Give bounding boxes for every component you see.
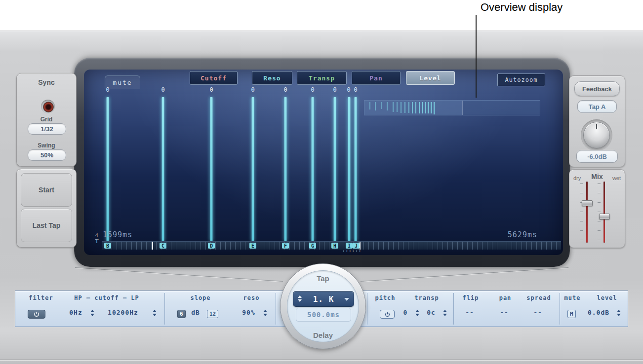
slope-12db-button[interactable]: 12 [207, 310, 218, 318]
wet-slider-track[interactable] [603, 182, 605, 243]
pitch-cents-stepper[interactable] [443, 310, 447, 316]
pitch-cents-value[interactable]: 0c [423, 309, 440, 318]
level-stepper[interactable] [617, 310, 621, 316]
reso-value[interactable]: 90% [235, 309, 262, 318]
slope-header: slope [190, 294, 210, 301]
overview-tap-line [422, 102, 423, 113]
dry-slider-track[interactable] [586, 182, 588, 243]
mute-header: mute [564, 294, 581, 301]
mute-button[interactable]: M [567, 310, 576, 318]
dry-slider-handle[interactable] [582, 200, 593, 206]
tap-zero-marker[interactable]: 0 [311, 86, 314, 93]
feedback-knob-recess [581, 119, 612, 151]
param-button-pan[interactable]: Pan [352, 71, 401, 85]
tap-bar[interactable] [312, 97, 314, 241]
tap-name-dropdown[interactable]: 1. K [293, 291, 354, 307]
feedback-tap-selector[interactable]: Tap A [577, 100, 617, 113]
tap-zero-marker[interactable]: 0 [283, 86, 287, 93]
mix-panel: Mix dry wet [569, 169, 625, 248]
filter-lp-stepper[interactable] [153, 310, 157, 316]
level-value[interactable]: 0.0dB [583, 309, 614, 318]
feedback-knob[interactable] [583, 122, 610, 148]
tap-bar[interactable] [210, 97, 213, 241]
param-button-level-label: Level [419, 74, 441, 82]
pan-value[interactable]: -- [494, 309, 514, 318]
feedback-button[interactable]: Feedback [574, 81, 620, 96]
tap-letter-chip[interactable]: H [331, 243, 338, 249]
dropdown-arrow-icon [344, 298, 349, 301]
tap-zero-marker[interactable]: 0 [161, 86, 164, 93]
tap-bar[interactable] [348, 97, 351, 241]
pitch-semitones-stepper[interactable] [415, 310, 419, 316]
pitch-power-button[interactable] [380, 310, 395, 319]
pitch-semitones-value[interactable]: 0 [398, 309, 413, 318]
tap-zero-marker[interactable]: 0 [209, 86, 213, 93]
tap-zero-marker[interactable]: 0 [347, 86, 350, 93]
param-button-transp-label: Transp [309, 74, 335, 82]
display-start-time: 1599ms [103, 230, 132, 239]
tap-delay-value-field[interactable]: 500.0ms [296, 308, 351, 322]
tap-bar[interactable] [334, 97, 336, 241]
param-button-reso[interactable]: Reso [252, 71, 292, 85]
tab-mute[interactable]: mute [105, 75, 140, 89]
swing-value-field[interactable]: 50% [28, 149, 66, 161]
wet-slider-ticks [598, 183, 601, 241]
grid-label: Grid [17, 116, 76, 123]
tap-bar[interactable] [284, 97, 287, 241]
flip-value[interactable]: -- [460, 309, 480, 318]
filter-header: filter [29, 294, 53, 301]
tap-bar[interactable] [355, 97, 357, 241]
tap-identification-bar[interactable]: B C D E F G H I J [102, 241, 561, 250]
autozoom-button[interactable]: Autozoom [497, 73, 545, 86]
tap-letter-chip[interactable]: E [249, 243, 256, 249]
overview-display[interactable] [364, 100, 540, 115]
spread-value[interactable]: -- [528, 309, 548, 318]
tap-letter-chip[interactable]: J [353, 243, 360, 249]
tap-pad-delay-label: Delay [281, 331, 365, 339]
filter-hp-stepper[interactable] [90, 310, 94, 316]
tap-letter-chip[interactable]: F [282, 243, 289, 249]
tap-zero-marker[interactable]: 0 [251, 86, 254, 93]
tap-zero-marker[interactable]: 0 [106, 86, 109, 93]
tap-letter-chip[interactable]: D [208, 243, 215, 249]
body-seam-right [361, 267, 568, 282]
grid-value-field[interactable]: 1/32 [28, 123, 66, 135]
power-icon [34, 311, 40, 317]
swing-label: Swing [17, 142, 76, 149]
tap-zero-marker[interactable]: 0 [354, 86, 357, 93]
start-button-label: Start [39, 186, 54, 194]
tap-bar[interactable] [107, 97, 109, 241]
start-button[interactable]: Start [21, 173, 72, 207]
param-button-transp[interactable]: Transp [297, 71, 347, 85]
reso-stepper[interactable] [263, 310, 267, 316]
pitch-header: pitch [375, 294, 395, 301]
power-icon [385, 312, 390, 317]
last-tap-button[interactable]: Last Tap [21, 209, 72, 242]
param-button-cutoff[interactable]: Cutoff [190, 71, 238, 85]
feedback-panel: Feedback Tap A -6.0dB [569, 75, 625, 167]
tap-name-stepper[interactable] [298, 295, 302, 302]
tap-zero-marker[interactable]: 0 [333, 86, 336, 93]
section-divider [367, 293, 367, 325]
tap-bar[interactable] [162, 97, 164, 241]
tap-letter-chip[interactable]: G [309, 243, 316, 249]
slope-6db-button[interactable]: 6 [177, 310, 186, 318]
filter-power-button[interactable] [28, 310, 45, 319]
tap-letter-chip[interactable]: C [160, 243, 166, 249]
filter-lp-value[interactable]: 10200Hz [104, 309, 142, 318]
filter-hp-value[interactable]: 0Hz [62, 309, 89, 318]
overview-visible-window[interactable] [364, 101, 463, 115]
dry-label: dry [573, 175, 581, 181]
sync-led-button[interactable] [43, 102, 54, 112]
feedback-value-field[interactable]: -6.0dB [576, 150, 618, 163]
tap-bar[interactable] [252, 97, 254, 241]
tap-letter-chip[interactable]: B [104, 243, 111, 249]
overview-tap-line [425, 102, 426, 113]
tap-letter-chip[interactable]: I [346, 243, 353, 249]
wet-slider-handle[interactable] [599, 214, 610, 219]
autozoom-label: Autozoom [505, 76, 538, 83]
tap-pad[interactable]: Tap 1. K 500.0ms Delay [280, 263, 366, 349]
sync-label: Sync [17, 78, 76, 86]
param-button-level[interactable]: Level [406, 71, 455, 85]
slope-db-label: dB [189, 309, 202, 318]
